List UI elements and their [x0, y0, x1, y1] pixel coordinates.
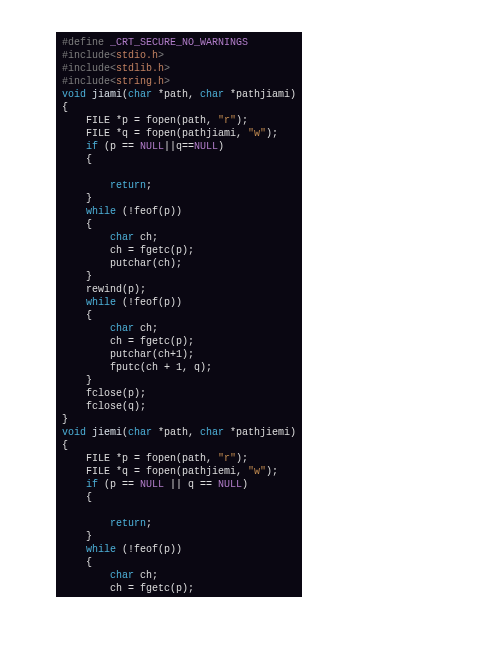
kw-void-1: void	[62, 89, 86, 100]
pp-define: #define	[62, 37, 104, 48]
pp-include-1: #include<	[62, 50, 116, 61]
fn-jiemi: jiemi	[92, 427, 122, 438]
kw-void-2: void	[62, 427, 86, 438]
inc-file-3: string.h	[116, 76, 164, 87]
inc-file-1: stdio.h	[116, 50, 158, 61]
inc-file-2: stdlib.h	[116, 63, 164, 74]
macro-name: _CRT_SECURE_NO_WARNINGS	[110, 37, 248, 48]
fn-jiami: jiami	[92, 89, 122, 100]
code-block: #define _CRT_SECURE_NO_WARNINGS #include…	[56, 32, 302, 597]
pp-include-2: #include<	[62, 63, 116, 74]
pp-include-3: #include<	[62, 76, 116, 87]
